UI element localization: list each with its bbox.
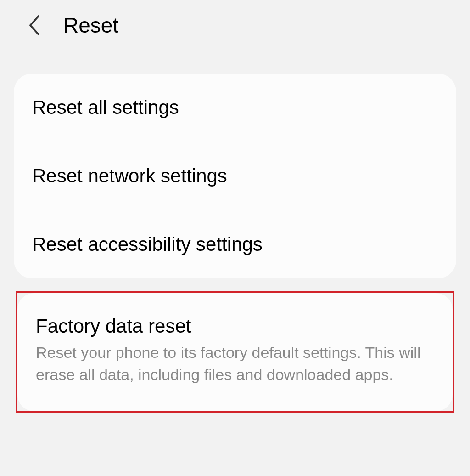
settings-card-1: Reset all settings Reset network setting… bbox=[14, 74, 456, 278]
reset-network-settings-item[interactable]: Reset network settings bbox=[14, 142, 456, 210]
back-icon bbox=[28, 14, 40, 36]
highlight-annotation: Factory data reset Reset your phone to i… bbox=[16, 291, 454, 413]
menu-item-description: Reset your phone to its factory default … bbox=[36, 342, 434, 385]
reset-accessibility-settings-item[interactable]: Reset accessibility settings bbox=[14, 210, 456, 278]
back-button[interactable] bbox=[28, 14, 40, 36]
header: Reset bbox=[0, 0, 470, 51]
menu-item-title: Reset accessibility settings bbox=[32, 233, 438, 255]
menu-item-title: Factory data reset bbox=[36, 315, 434, 337]
reset-all-settings-item[interactable]: Reset all settings bbox=[14, 74, 456, 142]
page-title: Reset bbox=[63, 13, 118, 38]
menu-item-title: Reset network settings bbox=[32, 165, 438, 187]
menu-item-title: Reset all settings bbox=[32, 96, 438, 119]
settings-card-2: Factory data reset Reset your phone to i… bbox=[17, 293, 453, 411]
factory-data-reset-item[interactable]: Factory data reset Reset your phone to i… bbox=[17, 293, 453, 411]
